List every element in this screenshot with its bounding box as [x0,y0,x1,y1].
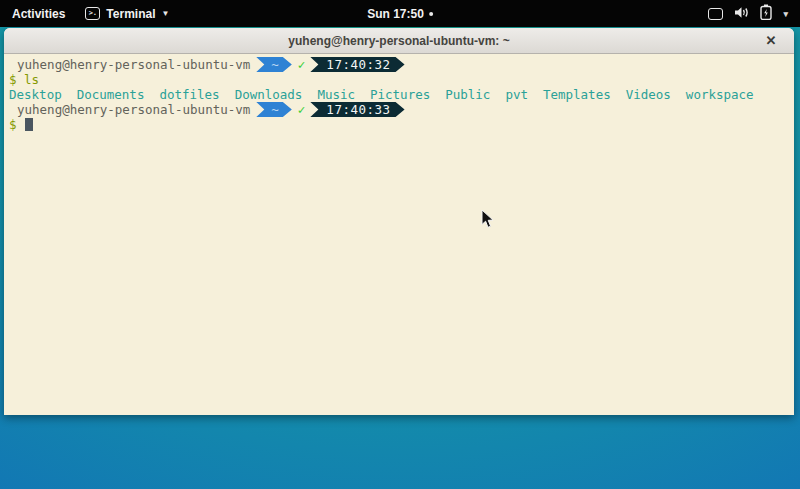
prompt-line: yuheng@henry-personal-ubuntu-vm ~ ✓ 17:4… [4,57,794,72]
app-menu[interactable]: >. Terminal ▼ [77,0,177,27]
prompt-symbol: $ [9,72,17,87]
system-status-menu[interactable]: ▾ [696,0,800,27]
powerline-path-segment: ~ [256,102,292,117]
window-title: yuheng@henry-personal-ubuntu-vm: ~ [288,34,509,48]
directory-name: Videos [626,87,671,102]
chevron-down-icon: ▼ [161,9,169,18]
prompt-user: yuheng@henry-personal-ubuntu-vm [17,57,250,72]
directory-name: Documents [77,87,145,102]
powerline-time-segment: 17:40:33 [310,102,404,117]
battery-charging-icon [760,4,772,23]
app-menu-label: Terminal [106,7,155,21]
terminal-window: yuheng@henry-personal-ubuntu-vm: ~ ✕ yuh… [4,28,794,415]
directory-name: Pictures [370,87,430,102]
directory-name: Desktop [9,87,62,102]
terminal-icon: >. [85,7,100,20]
current-input-line[interactable]: $ [4,117,794,132]
notification-dot-icon [429,12,433,16]
top-bar: Activities >. Terminal ▼ Sun 17:50 ▾ [0,0,800,27]
terminal-content[interactable]: yuheng@henry-personal-ubuntu-vm ~ ✓ 17:4… [4,54,794,414]
command-line: $ ls [4,72,794,87]
text-cursor [25,118,33,131]
directory-name: workspace [686,87,754,102]
clock-button[interactable]: Sun 17:50 [367,0,433,27]
powerline-path-segment: ~ [256,57,292,72]
directory-name: Templates [543,87,611,102]
directory-name: pvt [505,87,528,102]
window-titlebar[interactable]: yuheng@henry-personal-ubuntu-vm: ~ ✕ [4,28,794,54]
directory-name: dotfiles [159,87,219,102]
directory-name: Downloads [235,87,303,102]
directory-name: Music [317,87,355,102]
ls-output-line: Desktop Documents dotfiles Downloads Mus… [4,87,794,102]
check-icon: ✓ [298,102,306,117]
prompt-user: yuheng@henry-personal-ubuntu-vm [17,102,250,117]
prompt-symbol: $ [9,117,17,132]
prompt-line: yuheng@henry-personal-ubuntu-vm ~ ✓ 17:4… [4,102,794,117]
close-icon[interactable]: ✕ [762,32,780,50]
activities-button[interactable]: Activities [0,0,77,27]
powerline-time-segment: 17:40:32 [310,57,404,72]
display-icon [708,8,723,20]
volume-icon [734,6,749,22]
clock-label: Sun 17:50 [367,7,424,21]
check-icon: ✓ [298,57,306,72]
chevron-down-icon: ▾ [783,9,788,19]
directory-name: Public [445,87,490,102]
command-text: ls [24,72,39,87]
